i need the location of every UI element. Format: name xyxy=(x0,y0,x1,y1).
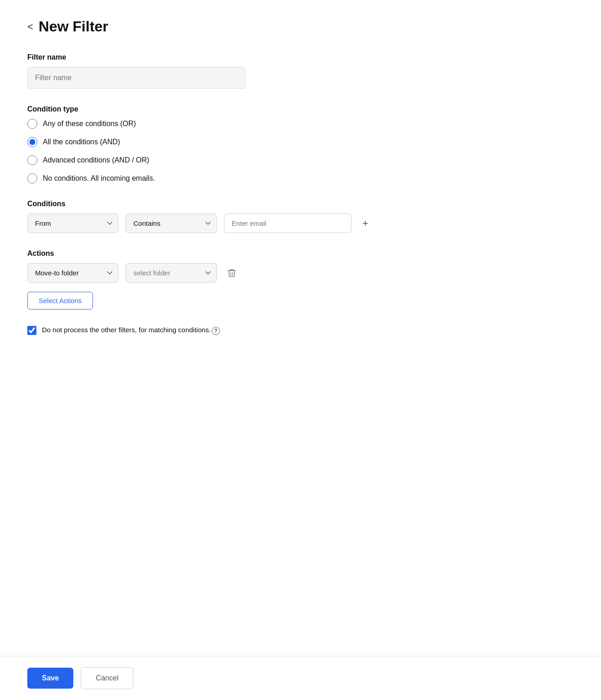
delete-action-button[interactable] xyxy=(224,265,239,281)
radio-none[interactable] xyxy=(27,173,37,183)
radio-group: Any of these conditions (OR) All the con… xyxy=(27,119,574,183)
radio-item-none[interactable]: No conditions. All incoming emails. xyxy=(27,173,574,183)
conditions-section: Conditions From To Subject Body Contains… xyxy=(27,200,574,233)
save-button[interactable]: Save xyxy=(27,668,73,689)
checkbox-row: Do not process the other filters, for ma… xyxy=(27,326,574,335)
radio-none-label: No conditions. All incoming emails. xyxy=(43,174,155,183)
no-process-checkbox[interactable] xyxy=(27,326,36,335)
actions-section: Actions Move-to folder Mark as read Mark… xyxy=(27,249,574,309)
action-type-select[interactable]: Move-to folder Mark as read Mark as star… xyxy=(27,263,118,283)
folder-select[interactable]: select folder Inbox Archive Trash Spam xyxy=(126,263,217,283)
radio-advanced[interactable] xyxy=(27,155,37,165)
cancel-button[interactable]: Cancel xyxy=(81,667,133,689)
page-title: New Filter xyxy=(39,18,108,35)
checkbox-section: Do not process the other filters, for ma… xyxy=(27,326,574,335)
radio-advanced-label: Advanced conditions (AND / OR) xyxy=(43,156,149,164)
radio-item-or[interactable]: Any of these conditions (OR) xyxy=(27,119,574,129)
radio-and-label: All the conditions (AND) xyxy=(43,138,120,146)
radio-item-and[interactable]: All the conditions (AND) xyxy=(27,137,574,147)
conditions-label: Conditions xyxy=(27,200,574,208)
filter-name-section: Filter name xyxy=(27,53,574,89)
condition-type-label: Condition type xyxy=(27,105,574,113)
from-select[interactable]: From To Subject Body xyxy=(27,213,118,233)
actions-row: Move-to folder Mark as read Mark as star… xyxy=(27,263,574,283)
radio-item-advanced[interactable]: Advanced conditions (AND / OR) xyxy=(27,155,574,165)
header: < New Filter xyxy=(27,18,574,35)
checkbox-label: Do not process the other filters, for ma… xyxy=(42,326,220,335)
contains-select[interactable]: Contains Does not contain Is Is not xyxy=(126,213,217,233)
filter-name-label: Filter name xyxy=(27,53,574,61)
conditions-row: From To Subject Body Contains Does not c… xyxy=(27,213,574,233)
condition-type-section: Condition type Any of these conditions (… xyxy=(27,105,574,183)
select-actions-button[interactable]: Select Actions xyxy=(27,292,93,309)
trash-icon xyxy=(227,268,237,278)
page-container: < New Filter Filter name Condition type … xyxy=(0,0,601,700)
radio-or-label: Any of these conditions (OR) xyxy=(43,120,136,128)
back-button[interactable]: < xyxy=(27,21,33,33)
actions-label: Actions xyxy=(27,249,574,258)
help-icon[interactable]: ? xyxy=(212,327,220,335)
add-condition-button[interactable]: + xyxy=(359,217,372,230)
footer-bar: Save Cancel xyxy=(0,656,601,700)
filter-name-input[interactable] xyxy=(27,67,246,89)
email-input[interactable] xyxy=(224,213,351,233)
radio-and[interactable] xyxy=(27,137,37,147)
main-content: < New Filter Filter name Condition type … xyxy=(0,0,601,656)
radio-or[interactable] xyxy=(27,119,37,129)
